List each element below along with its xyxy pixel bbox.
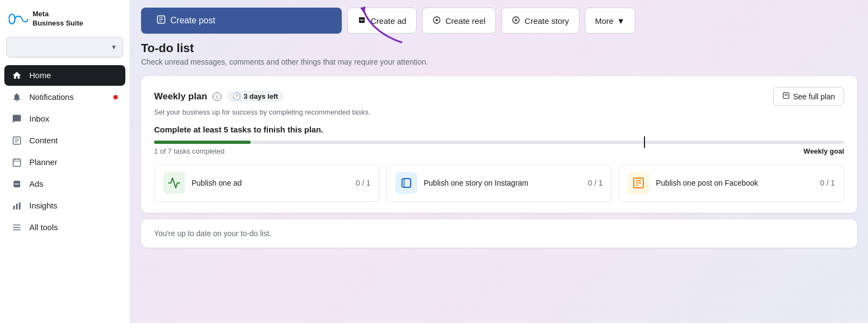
create-post-button[interactable]: Create post: [141, 8, 342, 34]
see-full-plan-label: See full plan: [793, 92, 835, 101]
task-cards: Publish one ad 0 / 1 Publish one story o…: [154, 164, 844, 202]
progress-track: [154, 141, 844, 144]
task-card-facebook-post[interactable]: Publish one post on Facebook 0 / 1: [618, 164, 844, 202]
more-label: More: [595, 16, 614, 26]
notifications-icon: [11, 92, 23, 102]
sidebar-item-all-tools[interactable]: All tools: [4, 217, 125, 238]
sidebar-item-planner[interactable]: Planner: [4, 152, 125, 173]
sidebar-item-content[interactable]: Content: [4, 130, 125, 151]
create-post-label: Create post: [170, 16, 215, 26]
svg-point-21: [436, 19, 438, 21]
task-instagram-label: Publish one story on Instagram: [424, 179, 582, 187]
sidebar-nav: Home Notifications Inbox Content Plan: [0, 63, 130, 240]
ads-icon: [11, 179, 23, 189]
uptodate-message: You're up to date on your to-do list.: [154, 229, 271, 238]
more-chevron-icon: ▼: [617, 16, 625, 26]
main-content: Create post Create ad Create reel Create…: [130, 0, 868, 323]
weekly-plan-card: Weekly plan i 🕐 3 days left See full pla…: [141, 76, 857, 213]
clock-icon: 🕐: [232, 92, 241, 100]
create-ad-button[interactable]: Create ad: [347, 8, 417, 34]
account-dropdown[interactable]: ​ ▼: [7, 37, 123, 58]
task-card-publish-ad[interactable]: Publish one ad 0 / 1: [154, 164, 380, 202]
svg-point-0: [9, 14, 15, 24]
task-facebook-label: Publish one post on Facebook: [656, 179, 814, 187]
task-facebook-icon: [628, 172, 649, 194]
sidebar-item-notifications[interactable]: Notifications: [4, 87, 125, 107]
svg-rect-11: [19, 202, 21, 210]
all-tools-icon: [11, 223, 23, 232]
create-ad-icon: [358, 16, 366, 26]
progress-labels: 1 of 7 tasks completed Weekly goal: [154, 147, 844, 155]
svg-rect-5: [13, 159, 21, 167]
weekly-plan-left: Weekly plan i 🕐 3 days left: [154, 91, 284, 102]
sidebar-item-label-all-tools: All tools: [29, 223, 58, 232]
svg-rect-10: [16, 204, 18, 210]
svg-rect-28: [402, 179, 411, 187]
sidebar-logo: Meta Business Suite: [0, 0, 130, 35]
meta-logo-icon: [9, 14, 28, 24]
todo-subtitle: Check unread messages, comments and othe…: [141, 58, 857, 66]
sidebar: Meta Business Suite ​ ▼ Home Notificatio…: [0, 0, 130, 323]
plan-icon: [782, 92, 790, 101]
task-ad-label: Publish one ad: [192, 179, 349, 187]
task-ad-progress: 0 / 1: [356, 179, 371, 187]
info-icon[interactable]: i: [213, 92, 221, 101]
home-icon: [11, 71, 23, 80]
days-left-text: 3 days left: [244, 92, 278, 100]
tasks-completed-text: 1 of 7 tasks completed: [154, 147, 225, 155]
sidebar-item-label-home: Home: [29, 71, 51, 80]
create-ad-label: Create ad: [371, 16, 406, 26]
task-facebook-progress: 0 / 1: [820, 179, 835, 187]
weekly-plan-header: Weekly plan i 🕐 3 days left See full pla…: [154, 87, 844, 106]
see-full-plan-button[interactable]: See full plan: [773, 87, 844, 106]
sidebar-item-label-notifications: Notifications: [29, 92, 74, 102]
create-reel-label: Create reel: [445, 16, 486, 26]
task-instagram-progress: 0 / 1: [588, 179, 603, 187]
svg-rect-9: [13, 206, 15, 210]
insights-icon: [11, 201, 23, 211]
uptodate-card: You're up to date on your to-do list.: [141, 219, 857, 248]
weekly-plan-title: Weekly plan: [154, 91, 207, 102]
sidebar-brand-text: Meta Business Suite: [33, 10, 83, 28]
weekly-goal-label: Weekly goal: [803, 147, 844, 155]
sidebar-item-label-insights: Insights: [29, 201, 58, 210]
sidebar-item-label-inbox: Inbox: [29, 114, 49, 123]
create-reel-icon: [432, 16, 441, 26]
tasks-complete-label: Complete at least 5 tasks to finish this…: [154, 125, 844, 134]
todo-title: To-do list: [141, 41, 857, 55]
toolbar: Create post Create ad Create reel Create…: [130, 0, 868, 41]
task-ad-icon: [163, 172, 185, 194]
sidebar-item-label-content: Content: [29, 136, 58, 145]
progress-container: [154, 141, 844, 144]
notification-dot: [113, 95, 118, 99]
create-story-button[interactable]: Create story: [501, 8, 579, 34]
create-story-icon: [512, 16, 520, 26]
days-left-badge: 🕐 3 days left: [227, 91, 284, 102]
inbox-icon: [11, 114, 23, 124]
progress-fill: [154, 141, 251, 144]
chevron-down-icon: ▼: [111, 43, 117, 51]
planner-icon: [11, 157, 23, 167]
weekly-goal-marker: [644, 136, 645, 148]
sidebar-item-ads[interactable]: Ads: [4, 174, 125, 194]
sidebar-item-label-planner: Planner: [29, 157, 58, 167]
content-icon: [11, 136, 23, 145]
create-story-label: Create story: [525, 16, 569, 26]
sidebar-item-home[interactable]: Home: [4, 65, 125, 86]
sidebar-item-inbox[interactable]: Inbox: [4, 109, 125, 129]
create-post-icon: [156, 15, 166, 27]
task-instagram-icon: [395, 172, 417, 194]
sidebar-item-insights[interactable]: Insights: [4, 195, 125, 216]
task-card-instagram-story[interactable]: Publish one story on Instagram 0 / 1: [386, 164, 612, 202]
more-button[interactable]: More ▼: [585, 8, 635, 34]
create-reel-button[interactable]: Create reel: [422, 8, 496, 34]
sidebar-item-label-ads: Ads: [29, 179, 43, 188]
weekly-plan-description: Set your business up for success by comp…: [154, 108, 844, 116]
content-area: To-do list Check unread messages, commen…: [130, 41, 868, 323]
